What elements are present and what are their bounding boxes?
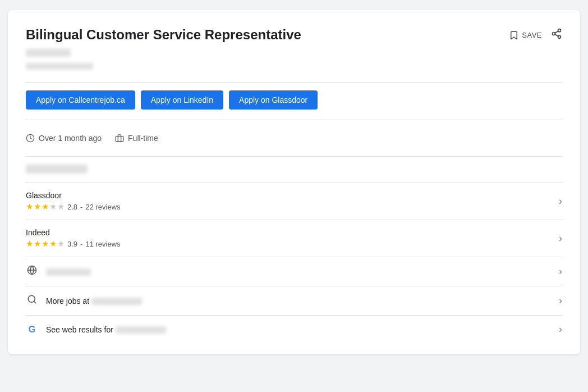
job-card: Bilingual Customer Service Representativ… <box>8 10 580 354</box>
apply-linkedin-button[interactable]: Apply on LinkedIn <box>141 90 223 110</box>
apply-linkedin-label: Apply on LinkedIn <box>151 95 213 104</box>
meta-row: Over 1 month ago Full-time <box>26 128 562 148</box>
indeed-review-row[interactable]: Indeed ★ ★ ★ ★ ★ 3.9 - 11 reviews › <box>26 220 562 257</box>
glassdoor-source: Glassdoor <box>26 191 121 200</box>
apply-callcentre-button[interactable]: Apply on Callcentrejob.ca <box>26 90 135 110</box>
glassdoor-star-5: ★ <box>57 202 65 212</box>
company-sub-blurred <box>26 63 93 70</box>
indeed-divider: - <box>80 240 82 248</box>
divider-2 <box>26 120 562 120</box>
posted-time-text: Over 1 month ago <box>39 134 102 143</box>
save-button[interactable]: SAVE <box>509 30 542 40</box>
indeed-star-1: ★ <box>26 239 33 249</box>
bookmark-icon <box>509 30 519 40</box>
indeed-stars-row: ★ ★ ★ ★ ★ 3.9 - 11 reviews <box>26 239 121 249</box>
globe-icon <box>26 265 38 278</box>
more-jobs-chevron-icon: › <box>559 295 562 307</box>
company-name-blurred <box>26 49 71 57</box>
glassdoor-star-2: ★ <box>34 202 41 212</box>
save-label: SAVE <box>522 31 542 39</box>
website-text <box>46 267 91 276</box>
company-info <box>26 49 562 72</box>
indeed-review-left: Indeed ★ ★ ★ ★ ★ 3.9 - 11 reviews <box>26 228 121 249</box>
posted-time: Over 1 month ago <box>26 134 102 143</box>
header-actions: SAVE <box>509 26 562 42</box>
apply-buttons-group: Apply on Callcentrejob.ca Apply on Linke… <box>26 90 562 110</box>
divider-1 <box>26 82 562 83</box>
company-sub-line <box>26 62 562 72</box>
briefcase-icon <box>115 134 124 143</box>
indeed-chevron-icon: › <box>559 233 562 244</box>
indeed-star-3: ★ <box>42 239 49 249</box>
svg-line-3 <box>555 34 558 36</box>
apply-glassdoor-button[interactable]: Apply on Glassdoor <box>229 90 318 110</box>
job-type-text: Full-time <box>128 134 158 143</box>
more-jobs-row[interactable]: More jobs at › <box>26 286 562 315</box>
web-results-text: See web results for <box>46 325 166 334</box>
glassdoor-review-row[interactable]: Glassdoor ★ ★ ★ ★ ★ 2.8 - 22 reviews › <box>26 183 562 220</box>
indeed-rating: 3.9 <box>67 240 77 248</box>
indeed-star-5: ★ <box>57 239 65 249</box>
divider-3 <box>26 156 562 157</box>
indeed-star-4: ★ <box>49 239 57 249</box>
glassdoor-chevron-icon: › <box>559 195 562 207</box>
web-results-row[interactable]: G See web results for › <box>26 315 562 343</box>
web-results-company-blurred <box>116 326 166 334</box>
glassdoor-star-4: ★ <box>49 202 57 212</box>
share-button[interactable] <box>551 28 562 42</box>
search-icon <box>26 294 38 307</box>
glassdoor-review-count: 22 reviews <box>85 203 120 211</box>
glassdoor-star-3: ★ <box>42 202 49 212</box>
glassdoor-review-left: Glassdoor ★ ★ ★ ★ ★ 2.8 - 22 reviews <box>26 191 121 212</box>
more-jobs-text: More jobs at <box>46 297 142 306</box>
apply-glassdoor-label: Apply on Glassdoor <box>239 95 307 104</box>
header-row: Bilingual Customer Service Representativ… <box>26 26 562 43</box>
website-chevron-icon: › <box>559 266 562 277</box>
glassdoor-stars: ★ ★ ★ ★ ★ <box>26 202 65 212</box>
section-title-blurred <box>26 165 88 174</box>
web-results-chevron-icon: › <box>559 323 562 335</box>
share-icon <box>551 28 562 39</box>
svg-rect-6 <box>116 136 123 142</box>
indeed-source: Indeed <box>26 228 121 237</box>
company-name-line <box>26 49 562 59</box>
indeed-star-2: ★ <box>34 239 41 249</box>
website-left <box>26 265 91 278</box>
google-icon: G <box>26 325 38 335</box>
job-title: Bilingual Customer Service Representativ… <box>26 26 301 43</box>
apply-callcentre-label: Apply on Callcentrejob.ca <box>36 95 125 104</box>
indeed-stars: ★ ★ ★ ★ ★ <box>26 239 65 249</box>
glassdoor-stars-row: ★ ★ ★ ★ ★ 2.8 - 22 reviews <box>26 202 121 212</box>
website-row[interactable]: › <box>26 257 562 286</box>
svg-line-4 <box>555 31 558 33</box>
website-blurred <box>46 268 91 276</box>
more-jobs-company-blurred <box>91 298 142 305</box>
web-results-left: G See web results for <box>26 325 166 335</box>
svg-line-10 <box>34 302 35 303</box>
indeed-review-count: 11 reviews <box>85 240 120 248</box>
glassdoor-star-1: ★ <box>26 202 33 212</box>
glassdoor-rating: 2.8 <box>67 203 77 211</box>
clock-icon <box>26 134 35 143</box>
job-type: Full-time <box>115 134 158 143</box>
more-jobs-left: More jobs at <box>26 294 142 307</box>
glassdoor-divider: - <box>80 203 82 211</box>
section-label <box>26 165 562 176</box>
